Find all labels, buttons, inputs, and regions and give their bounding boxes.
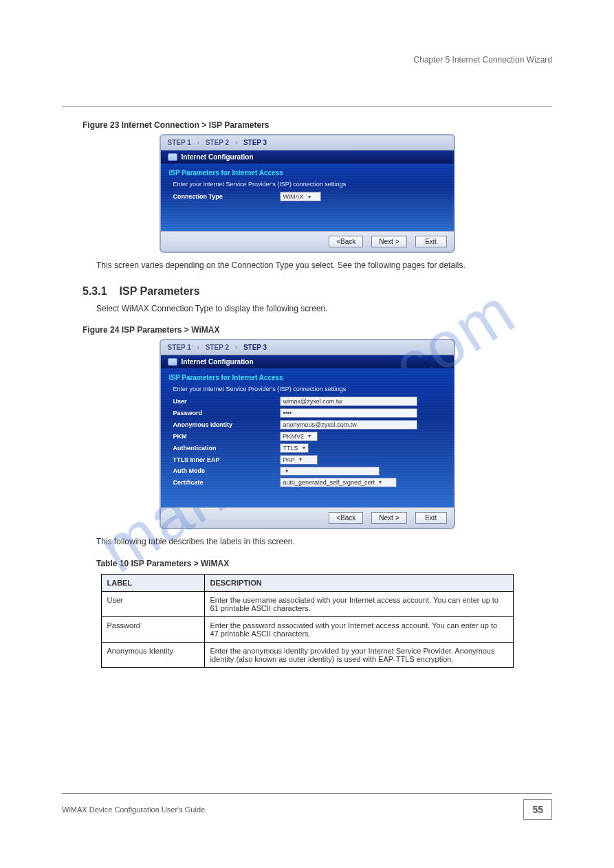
page-container: Chapter 5 Internet Connection Wizard Fig… — [0, 0, 614, 695]
footer-guide: WiMAX Device Configuration User's Guide — [62, 805, 205, 814]
page-footer: WiMAX Device Configuration User's Guide … — [62, 793, 552, 820]
password-row: Password •••• — [173, 408, 446, 418]
step-sep-icon: › — [235, 344, 237, 351]
folder-icon — [168, 153, 177, 161]
wizard1-footer: <Back Next > Exit — [161, 231, 454, 252]
pkm-select[interactable]: PKMV2 — [280, 432, 318, 441]
authmode-row: Auth Mode — [173, 467, 446, 476]
wizard1-subtext: Enter your Internet Service Provider's (… — [173, 181, 446, 188]
step1-label: STEP 1 — [168, 139, 191, 146]
user-label: User — [173, 398, 280, 405]
cert-select[interactable]: auto_generated_self_signed_cert — [280, 478, 397, 487]
auth-label: Authentication — [173, 445, 280, 452]
step2-label: STEP 2 — [206, 344, 229, 351]
cell-desc: Enter the username associated with your … — [204, 592, 513, 617]
wizard-figure2: STEP 1 › STEP 2 › STEP 3 Internet Config… — [160, 339, 455, 529]
wizard2-body: ISP Parameters for Internet Access Enter… — [161, 368, 454, 507]
wizard1-body: ISP Parameters for Internet Access Enter… — [161, 164, 454, 231]
table-row: User Enter the username associated with … — [101, 592, 513, 617]
exit-button[interactable]: Exit — [415, 512, 447, 524]
ttls-label: TTLS Inner EAP — [173, 456, 280, 463]
subsection-number: 5.3.1 — [83, 285, 107, 298]
ttls-select[interactable]: PAP — [280, 455, 318, 465]
wizard2-section: ISP Parameters for Internet Access — [169, 374, 446, 381]
cell-label: Password — [101, 617, 204, 643]
anon-label: Anonymous Identity — [173, 421, 280, 428]
figure2-caption: Figure 24 ISP Parameters > WiMAX — [83, 325, 552, 335]
table-intro: This following table describes the label… — [96, 536, 518, 548]
conn-type-label: Connection Type — [173, 193, 280, 200]
conn-type-row: Connection Type WiMAX — [173, 192, 446, 201]
anon-row: Anonymous Identity anonymous@zyxel.com.t… — [173, 420, 446, 430]
password-label: Password — [173, 410, 280, 416]
wizard2-titlebar: Internet Configuration — [161, 355, 454, 368]
table-row: Anonymous Identity Enter the anonymous i… — [101, 643, 513, 668]
back-button[interactable]: <Back — [329, 236, 363, 247]
cell-label: Anonymous Identity — [101, 643, 204, 668]
conn-type-select[interactable]: WiMAX — [280, 192, 321, 201]
step2-label: STEP 2 — [206, 139, 229, 146]
back-button[interactable]: <Back — [329, 512, 363, 524]
wizard1-steps: STEP 1 › STEP 2 › STEP 3 — [161, 135, 454, 151]
isp-params-table: LABEL DESCRIPTION User Enter the usernam… — [101, 574, 514, 668]
password-input[interactable]: •••• — [280, 408, 417, 418]
pkm-label: PKM — [173, 433, 280, 440]
auth-row: Authentication TTLS — [173, 443, 446, 453]
cell-label: User — [101, 592, 204, 617]
mid-paragraph: This screen varies depending on the Conn… — [96, 260, 518, 271]
authmode-select[interactable] — [280, 467, 380, 476]
th-label: LABEL — [101, 575, 204, 592]
user-input[interactable]: wimax@zyxel.com.tw — [280, 397, 417, 406]
wizard1-titlebar: Internet Configuration — [161, 151, 454, 164]
wizard2-steps: STEP 1 › STEP 2 › STEP 3 — [161, 340, 454, 355]
cell-desc: Enter the password associated with your … — [204, 617, 513, 643]
folder-icon — [168, 358, 177, 366]
table-caption: Table 10 ISP Parameters > WiMAX — [96, 559, 552, 568]
header-rule — [62, 106, 552, 107]
step3-label: STEP 3 — [243, 344, 267, 351]
wizard1-section: ISP Parameters for Internet Access — [169, 169, 446, 177]
ttls-row: TTLS Inner EAP PAP — [173, 455, 446, 465]
step1-label: STEP 1 — [168, 344, 191, 351]
step-sep-icon: › — [197, 139, 199, 146]
pkm-row: PKM PKMV2 — [173, 432, 446, 441]
wizard2-footer: <Back Next > Exit — [161, 507, 454, 528]
wizard1-title: Internet Configuration — [182, 153, 254, 161]
cert-row: Certificate auto_generated_self_signed_c… — [173, 478, 446, 487]
user-row: User wimax@zyxel.com.tw — [173, 397, 446, 406]
exit-button[interactable]: Exit — [415, 236, 447, 247]
subsection-title: ISP Parameters — [120, 285, 200, 298]
step-sep-icon: › — [197, 344, 199, 351]
subsection-text: Select WiMAX Connection Type to display … — [96, 303, 518, 315]
figure1-caption: Figure 23 Internet Connection > ISP Para… — [83, 120, 552, 130]
wizard-figure1: STEP 1 › STEP 2 › STEP 3 Internet Config… — [160, 134, 455, 253]
cert-label: Certificate — [173, 479, 280, 486]
authmode-label: Auth Mode — [173, 467, 280, 474]
auth-select[interactable]: TTLS — [280, 443, 309, 453]
step-sep-icon: › — [235, 139, 237, 146]
chapter-header: Chapter 5 Internet Connection Wizard — [62, 55, 552, 65]
step3-label: STEP 3 — [243, 139, 267, 146]
wizard2-title: Internet Configuration — [182, 358, 254, 366]
cell-desc: Enter the anonymous identity provided by… — [204, 643, 513, 668]
next-button[interactable]: Next > — [371, 512, 406, 524]
page-number: 55 — [523, 799, 552, 820]
table-row: Password Enter the password associated w… — [101, 617, 513, 643]
anon-input[interactable]: anonymous@zyxel.com.tw — [280, 420, 417, 430]
next-button[interactable]: Next > — [371, 236, 406, 247]
wizard2-subtext: Enter your Internet Service Provider's (… — [173, 386, 446, 392]
th-desc: DESCRIPTION — [204, 575, 513, 592]
